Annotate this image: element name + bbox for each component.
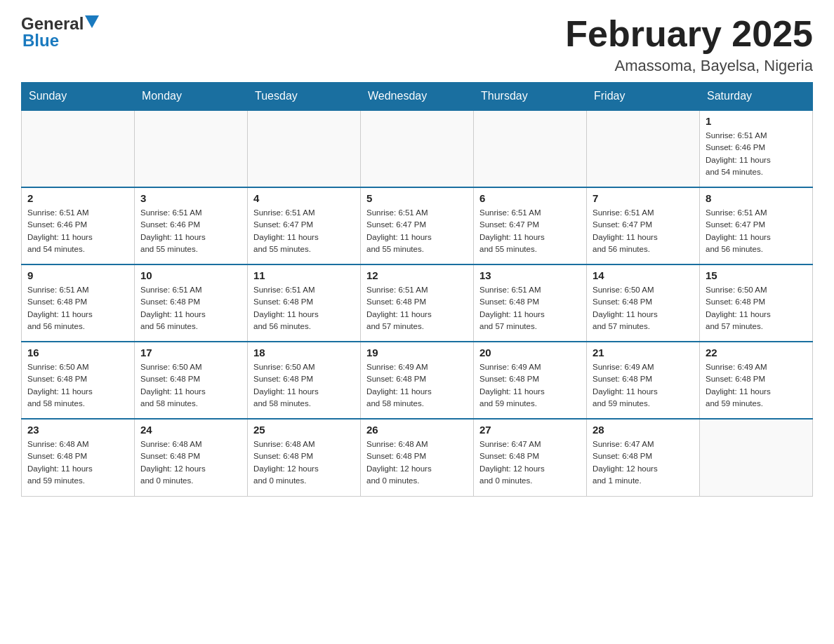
day-info: Sunrise: 6:51 AM Sunset: 6:47 PM Dayligh… [366, 207, 468, 255]
day-number: 24 [140, 424, 241, 436]
day-info: Sunrise: 6:51 AM Sunset: 6:46 PM Dayligh… [140, 207, 241, 255]
calendar-table: SundayMondayTuesdayWednesdayThursdayFrid… [21, 82, 813, 497]
day-number: 23 [27, 424, 128, 436]
calendar-cell: 24Sunrise: 6:48 AM Sunset: 6:48 PM Dayli… [135, 419, 248, 496]
calendar-cell: 17Sunrise: 6:50 AM Sunset: 6:48 PM Dayli… [135, 342, 248, 419]
calendar-cell: 25Sunrise: 6:48 AM Sunset: 6:48 PM Dayli… [248, 419, 361, 496]
calendar-cell: 2Sunrise: 6:51 AM Sunset: 6:46 PM Daylig… [22, 187, 135, 264]
day-info: Sunrise: 6:51 AM Sunset: 6:48 PM Dayligh… [253, 284, 355, 333]
day-info: Sunrise: 6:49 AM Sunset: 6:48 PM Dayligh… [479, 361, 581, 410]
page-header: General Blue February 2025 Amassoma, Bay… [21, 14, 813, 75]
calendar-cell [248, 110, 361, 187]
calendar-cell [135, 110, 248, 187]
logo-area: General Blue [21, 14, 99, 51]
day-info: Sunrise: 6:51 AM Sunset: 6:48 PM Dayligh… [479, 284, 581, 333]
day-number: 17 [140, 347, 241, 358]
day-number: 2 [27, 192, 128, 204]
day-number: 16 [27, 347, 128, 358]
day-number: 15 [706, 269, 807, 281]
day-number: 9 [27, 269, 128, 281]
weekday-header-sunday: Sunday [22, 83, 135, 111]
calendar-week-5: 23Sunrise: 6:48 AM Sunset: 6:48 PM Dayli… [22, 419, 813, 496]
day-number: 28 [593, 424, 694, 436]
calendar-cell [587, 110, 700, 187]
calendar-cell: 28Sunrise: 6:47 AM Sunset: 6:48 PM Dayli… [587, 419, 700, 496]
calendar-cell: 5Sunrise: 6:51 AM Sunset: 6:47 PM Daylig… [361, 187, 474, 264]
weekday-header-row: SundayMondayTuesdayWednesdayThursdayFrid… [22, 83, 813, 111]
day-number: 12 [366, 269, 468, 281]
day-info: Sunrise: 6:48 AM Sunset: 6:48 PM Dayligh… [140, 438, 241, 487]
day-info: Sunrise: 6:47 AM Sunset: 6:48 PM Dayligh… [593, 438, 694, 487]
day-info: Sunrise: 6:48 AM Sunset: 6:48 PM Dayligh… [366, 438, 468, 487]
day-number: 13 [479, 269, 581, 281]
day-info: Sunrise: 6:51 AM Sunset: 6:47 PM Dayligh… [479, 207, 581, 255]
calendar-body: 1Sunrise: 6:51 AM Sunset: 6:46 PM Daylig… [22, 110, 813, 496]
day-info: Sunrise: 6:50 AM Sunset: 6:48 PM Dayligh… [140, 361, 241, 410]
calendar-cell: 27Sunrise: 6:47 AM Sunset: 6:48 PM Dayli… [474, 419, 587, 496]
day-number: 7 [593, 192, 694, 204]
day-info: Sunrise: 6:50 AM Sunset: 6:48 PM Dayligh… [27, 361, 128, 410]
weekday-header-thursday: Thursday [474, 83, 587, 111]
day-number: 21 [593, 347, 694, 358]
calendar-cell: 7Sunrise: 6:51 AM Sunset: 6:47 PM Daylig… [587, 187, 700, 264]
day-info: Sunrise: 6:51 AM Sunset: 6:47 PM Dayligh… [253, 207, 355, 255]
calendar-cell: 20Sunrise: 6:49 AM Sunset: 6:48 PM Dayli… [474, 342, 587, 419]
weekday-header-friday: Friday [587, 83, 700, 111]
calendar-week-3: 9Sunrise: 6:51 AM Sunset: 6:48 PM Daylig… [22, 264, 813, 342]
day-info: Sunrise: 6:50 AM Sunset: 6:48 PM Dayligh… [253, 361, 355, 410]
logo-blue-text: Blue [22, 31, 59, 51]
day-number: 5 [366, 192, 468, 204]
day-info: Sunrise: 6:49 AM Sunset: 6:48 PM Dayligh… [366, 361, 468, 410]
calendar-cell: 19Sunrise: 6:49 AM Sunset: 6:48 PM Dayli… [361, 342, 474, 419]
calendar-cell: 6Sunrise: 6:51 AM Sunset: 6:47 PM Daylig… [474, 187, 587, 264]
calendar-cell: 12Sunrise: 6:51 AM Sunset: 6:48 PM Dayli… [361, 264, 474, 342]
day-number: 8 [706, 192, 807, 204]
calendar-cell: 11Sunrise: 6:51 AM Sunset: 6:48 PM Dayli… [248, 264, 361, 342]
calendar-cell [474, 110, 587, 187]
day-info: Sunrise: 6:51 AM Sunset: 6:48 PM Dayligh… [366, 284, 468, 333]
calendar-cell: 13Sunrise: 6:51 AM Sunset: 6:48 PM Dayli… [474, 264, 587, 342]
day-info: Sunrise: 6:48 AM Sunset: 6:48 PM Dayligh… [27, 438, 128, 487]
calendar-cell [22, 110, 135, 187]
day-info: Sunrise: 6:51 AM Sunset: 6:47 PM Dayligh… [706, 207, 807, 255]
calendar-cell: 1Sunrise: 6:51 AM Sunset: 6:46 PM Daylig… [700, 110, 813, 187]
logo-triangle-icon [85, 15, 99, 29]
calendar-cell: 9Sunrise: 6:51 AM Sunset: 6:48 PM Daylig… [22, 264, 135, 342]
calendar-cell [361, 110, 474, 187]
weekday-header-saturday: Saturday [700, 83, 813, 111]
day-info: Sunrise: 6:49 AM Sunset: 6:48 PM Dayligh… [593, 361, 694, 410]
day-number: 27 [479, 424, 581, 436]
weekday-header-tuesday: Tuesday [248, 83, 361, 111]
calendar-header: SundayMondayTuesdayWednesdayThursdayFrid… [22, 83, 813, 111]
day-info: Sunrise: 6:51 AM Sunset: 6:46 PM Dayligh… [27, 207, 128, 255]
day-number: 19 [366, 347, 468, 358]
day-number: 26 [366, 424, 468, 436]
day-number: 14 [593, 269, 694, 281]
day-info: Sunrise: 6:50 AM Sunset: 6:48 PM Dayligh… [706, 284, 807, 333]
calendar-cell: 18Sunrise: 6:50 AM Sunset: 6:48 PM Dayli… [248, 342, 361, 419]
day-number: 11 [253, 269, 355, 281]
day-info: Sunrise: 6:51 AM Sunset: 6:48 PM Dayligh… [27, 284, 128, 333]
day-number: 4 [253, 192, 355, 204]
calendar-cell: 15Sunrise: 6:50 AM Sunset: 6:48 PM Dayli… [700, 264, 813, 342]
day-number: 18 [253, 347, 355, 358]
day-number: 22 [706, 347, 807, 358]
calendar-cell: 4Sunrise: 6:51 AM Sunset: 6:47 PM Daylig… [248, 187, 361, 264]
day-info: Sunrise: 6:49 AM Sunset: 6:48 PM Dayligh… [706, 361, 807, 410]
day-number: 6 [479, 192, 581, 204]
calendar-cell: 26Sunrise: 6:48 AM Sunset: 6:48 PM Dayli… [361, 419, 474, 496]
month-title: February 2025 [565, 14, 813, 54]
calendar-cell: 16Sunrise: 6:50 AM Sunset: 6:48 PM Dayli… [22, 342, 135, 419]
day-info: Sunrise: 6:48 AM Sunset: 6:48 PM Dayligh… [253, 438, 355, 487]
calendar-cell: 14Sunrise: 6:50 AM Sunset: 6:48 PM Dayli… [587, 264, 700, 342]
calendar-cell: 22Sunrise: 6:49 AM Sunset: 6:48 PM Dayli… [700, 342, 813, 419]
day-info: Sunrise: 6:50 AM Sunset: 6:48 PM Dayligh… [593, 284, 694, 333]
calendar-cell: 21Sunrise: 6:49 AM Sunset: 6:48 PM Dayli… [587, 342, 700, 419]
weekday-header-wednesday: Wednesday [361, 83, 474, 111]
calendar-cell: 23Sunrise: 6:48 AM Sunset: 6:48 PM Dayli… [22, 419, 135, 496]
day-info: Sunrise: 6:47 AM Sunset: 6:48 PM Dayligh… [479, 438, 581, 487]
svg-marker-0 [85, 15, 99, 28]
day-number: 25 [253, 424, 355, 436]
day-number: 10 [140, 269, 241, 281]
day-number: 20 [479, 347, 581, 358]
